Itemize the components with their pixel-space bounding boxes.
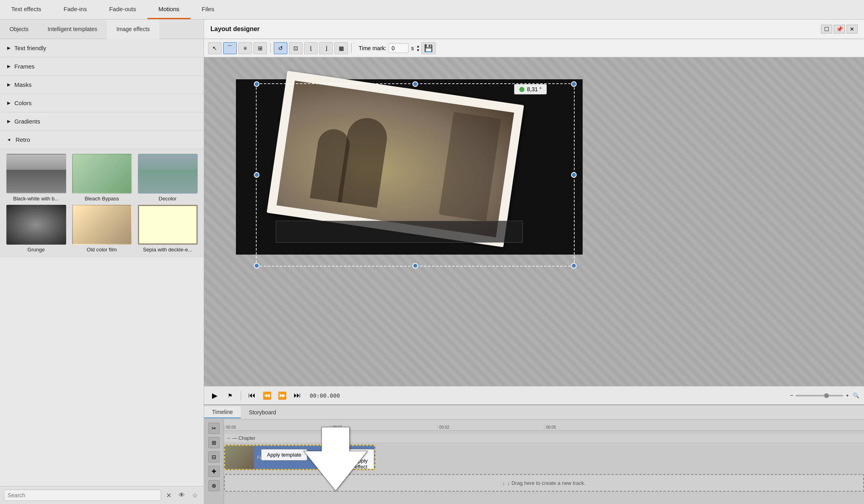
canvas-area: 8,31 °: [204, 57, 864, 386]
rotation-dot: [519, 87, 524, 92]
chevron-right-icon: ▶: [7, 82, 10, 87]
next-frame-button[interactable]: ⏩: [276, 390, 288, 402]
effect-decolor-thumb: [138, 154, 198, 194]
chapter-collapse-icon[interactable]: −: [227, 435, 230, 441]
rewind-button[interactable]: ⏮: [246, 390, 258, 402]
time-mark-group: Time mark: s ▲ ▼: [359, 43, 420, 53]
toolbar-separator-1: [270, 43, 271, 53]
toolbar-separator-2: [351, 43, 351, 53]
tab-objects[interactable]: Objects: [0, 20, 38, 39]
text-bar: [276, 221, 523, 243]
search-bar: ✕ 👁 ☆: [0, 486, 204, 504]
effect-sepia-deckle[interactable]: Sepia with deckle-e...: [136, 205, 199, 253]
timeline-sidebar: ✂ ⊞ ⊟ ✚ ⊕: [204, 420, 224, 504]
timecode-display: 00:00.000: [310, 392, 340, 399]
category-gradients[interactable]: ▶ Gradients: [0, 112, 204, 131]
tab-fade-ins[interactable]: Fade-ins: [53, 0, 98, 19]
category-text-friendly[interactable]: ▶ Text friendly: [0, 39, 204, 57]
category-frames[interactable]: ▶ Frames: [0, 57, 204, 76]
effects-grid: Black-white with b... Bleach Bypass Deco…: [0, 149, 204, 257]
apply-template-button[interactable]: Apply template: [261, 449, 307, 461]
clip-thumbnail: [225, 445, 254, 470]
clip-block[interactable]: Family5.jpg Apply template + Apply effec…: [224, 445, 375, 470]
handle-top-left[interactable]: [254, 81, 259, 87]
tab-intelligent-templates[interactable]: Intelligent templates: [38, 20, 107, 39]
eye-icon[interactable]: 👁: [177, 491, 187, 500]
playback-separator: [241, 391, 241, 400]
effect-bleach-bypass[interactable]: Bleach Bypass: [71, 154, 133, 202]
clear-icon[interactable]: ✕: [164, 491, 173, 500]
zoom-in-icon[interactable]: +: [846, 392, 849, 398]
figure-2: [338, 115, 390, 208]
effect-old-color-film[interactable]: Old color film: [71, 205, 133, 253]
grid-button[interactable]: ⊞: [253, 42, 267, 54]
chevron-right-icon: ▶: [7, 64, 10, 69]
tab-files[interactable]: Files: [190, 0, 226, 19]
fit-button[interactable]: ⊡: [289, 42, 302, 54]
zoom-thumb[interactable]: [824, 393, 829, 398]
align-button[interactable]: ≡: [238, 42, 252, 54]
select-tool-button[interactable]: ↖: [208, 42, 222, 54]
category-masks[interactable]: ▶ Masks: [0, 76, 204, 94]
effect-grunge-label: Grunge: [27, 247, 45, 253]
text-left-button[interactable]: ⌊: [304, 42, 318, 54]
handle-left[interactable]: [254, 172, 259, 178]
tab-text-effects[interactable]: Text effects: [0, 0, 53, 19]
magnet-icon[interactable]: ⊕: [208, 480, 220, 491]
tab-motions[interactable]: Motions: [147, 0, 191, 19]
zoom-out-icon[interactable]: −: [790, 392, 793, 398]
zoom-bar: − + 🔍: [790, 392, 859, 398]
chevron-right-icon: ▶: [7, 119, 10, 124]
save-button[interactable]: 💾: [421, 42, 436, 54]
search-input[interactable]: [4, 490, 161, 501]
layout-button[interactable]: ▦: [334, 42, 348, 54]
time-value-input[interactable]: [389, 43, 408, 53]
chevron-right-icon: ▶: [7, 100, 10, 106]
effect-bw-blur-thumb: [6, 154, 66, 194]
loop-button[interactable]: ↺: [274, 42, 287, 54]
category-colors[interactable]: ▶ Colors: [0, 94, 204, 112]
tab-image-effects[interactable]: Image effects: [107, 20, 159, 39]
effect-bleach-bypass-label: Bleach Bypass: [85, 196, 119, 202]
move-icon[interactable]: ✚: [208, 466, 220, 477]
effect-old-color-film-label: Old color film: [87, 247, 117, 253]
effect-decolor[interactable]: Decolor: [136, 154, 199, 202]
time-increment-down[interactable]: ▼: [416, 48, 420, 52]
toolbar: ↖ ⌒ ≡ ⊞ ↺ ⊡ ⌊ ⌋ ▦ Time mark: s ▲ ▼ 💾: [204, 39, 864, 57]
left-panel: Objects Intelligent templates Image effe…: [0, 20, 204, 504]
effect-bw-blur-label: Black-white with b...: [13, 196, 59, 202]
text-right-button[interactable]: ⌋: [319, 42, 333, 54]
pin-button[interactable]: 📌: [834, 25, 845, 33]
apply-effect-button[interactable]: + Apply effect: [349, 449, 374, 470]
zoom-search-icon[interactable]: 🔍: [853, 392, 859, 398]
handle-bottom-right[interactable]: [571, 263, 577, 269]
cut-tool-icon[interactable]: ✂: [208, 423, 220, 434]
time-increment-up[interactable]: ▲: [416, 44, 420, 48]
canvas-background: 8,31 °: [236, 79, 583, 255]
category-retro[interactable]: ▼ Retro: [0, 131, 204, 149]
star-icon[interactable]: ☆: [190, 491, 200, 500]
zoom-track[interactable]: [795, 395, 843, 396]
handle-right[interactable]: [571, 172, 577, 178]
curve-tool-button[interactable]: ⌒: [223, 42, 237, 54]
tab-timeline[interactable]: Timeline: [204, 406, 241, 418]
effect-grunge[interactable]: Grunge: [5, 205, 67, 253]
close-button[interactable]: ✕: [846, 25, 858, 33]
layer-icon[interactable]: ⊞: [208, 437, 220, 448]
ruler-mark-1: 00:01: [331, 425, 438, 429]
split-icon[interactable]: ⊟: [208, 451, 220, 463]
handle-bottom[interactable]: [412, 263, 418, 269]
prev-frame-button[interactable]: ⏪: [261, 390, 273, 402]
handle-top[interactable]: [412, 81, 418, 87]
window-controls: ☐ 📌 ✕: [821, 25, 858, 33]
record-button[interactable]: ⚑: [224, 390, 236, 402]
effect-bw-blur[interactable]: Black-white with b...: [5, 154, 67, 202]
handle-bottom-left[interactable]: [254, 263, 259, 269]
tab-fade-outs[interactable]: Fade-outs: [98, 0, 147, 19]
fast-forward-button[interactable]: ⏭: [291, 390, 303, 402]
minimize-button[interactable]: ☐: [821, 25, 832, 33]
track-content: Family5.jpg Apply template + Apply effec…: [224, 443, 864, 472]
play-button[interactable]: ▶: [209, 390, 221, 402]
tab-storyboard[interactable]: Storyboard: [241, 407, 284, 418]
handle-top-right[interactable]: [571, 81, 577, 87]
